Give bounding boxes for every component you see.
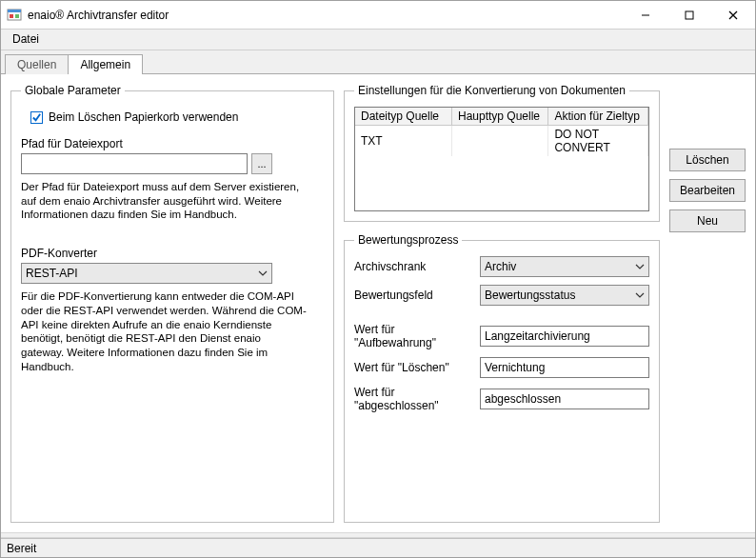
titlebar: enaio® Archivtransfer editor	[1, 1, 755, 30]
chevron-down-icon	[258, 270, 268, 276]
label-wert-loeschen: Wert für "Löschen"	[354, 361, 474, 374]
label-bewertungsfeld: Bewertungsfeld	[354, 289, 474, 302]
label-wert-aufbewahrung: Wert für "Aufbewahrung"	[354, 323, 474, 349]
tabstrip: Quellen Allgemein	[1, 50, 755, 73]
fieldset-global-parameter: Globale Parameter Beim Löschen Papierkor…	[10, 84, 334, 523]
bearbeiten-button[interactable]: Bearbeiten	[669, 179, 746, 202]
grid-header-row: Dateityp Quelle Haupttyp Quelle Aktion f…	[355, 108, 648, 126]
svg-rect-5	[686, 11, 693, 19]
neu-button[interactable]: Neu	[669, 209, 746, 232]
checkbox-papierkorb[interactable]: Beim Löschen Papierkorb verwenden	[30, 110, 324, 124]
window-controls	[624, 1, 755, 29]
fieldset-konvertierung: Einstellungen für die Konvertierung von …	[344, 84, 660, 222]
checkbox-papierkorb-label: Beim Löschen Papierkorb verwenden	[49, 110, 238, 124]
tab-panel-allgemein: Globale Parameter Beim Löschen Papierkor…	[1, 73, 755, 532]
checkbox-papierkorb-box[interactable]	[30, 111, 43, 124]
chevron-down-icon	[635, 264, 645, 269]
col-mid: Einstellungen für die Konvertierung von …	[344, 84, 660, 523]
svg-rect-2	[10, 14, 13, 18]
app-window: enaio® Archivtransfer editor Datei Quell…	[0, 0, 756, 558]
legend-bewertung: Bewertungsprozess	[354, 233, 462, 247]
maximize-button[interactable]	[667, 1, 711, 29]
cell-aktion: DO NOT CONVERT	[548, 126, 648, 157]
col-dateityp-quelle[interactable]: Dateityp Quelle	[355, 108, 451, 126]
fieldset-bewertung: Bewertungsprozess Archivschrank Archiv B…	[344, 233, 660, 523]
table-row[interactable]: TXT DO NOT CONVERT	[355, 126, 648, 157]
col-left: Globale Parameter Beim Löschen Papierkor…	[10, 84, 334, 523]
app-icon	[7, 8, 22, 23]
combo-archivschrank-value: Archiv	[485, 260, 516, 273]
input-pfad[interactable]	[21, 153, 248, 174]
input-wert-abgeschlossen[interactable]	[480, 389, 649, 409]
combo-pdf-value: REST-API	[26, 267, 78, 280]
input-wert-loeschen[interactable]	[480, 357, 649, 378]
label-pdf-konverter: PDF-Konverter	[21, 247, 324, 260]
window-title: enaio® Archivtransfer editor	[28, 9, 624, 22]
menu-datei[interactable]: Datei	[5, 30, 47, 50]
cell-haupttyp	[451, 126, 547, 157]
browse-button[interactable]: ...	[251, 153, 272, 174]
legend-konvert: Einstellungen für die Konvertierung von …	[354, 84, 629, 97]
combo-archivschrank[interactable]: Archiv	[480, 256, 649, 277]
helptext-pdf: Für die PDF-Konvertierung kann entweder …	[21, 289, 307, 373]
svg-rect-1	[8, 10, 21, 12]
label-wert-abgeschlossen: Wert für "abgeschlossen"	[354, 386, 474, 412]
tab-quellen[interactable]: Quellen	[5, 54, 69, 74]
col-right: Löschen Bearbeiten Neu	[669, 84, 746, 523]
combo-bewertungsfeld[interactable]: Bewertungsstatus	[480, 285, 649, 306]
close-button[interactable]	[711, 1, 755, 29]
status-text: Bereit	[7, 542, 36, 555]
legend-global: Globale Parameter	[21, 84, 125, 97]
menubar: Datei	[1, 30, 755, 50]
cell-dateityp: TXT	[355, 126, 451, 157]
col-haupttyp-quelle[interactable]: Haupttyp Quelle	[451, 108, 547, 126]
combo-bewertungsfeld-value: Bewertungsstatus	[485, 289, 575, 302]
loeschen-button[interactable]: Löschen	[669, 149, 746, 171]
statusbar: Bereit	[1, 538, 755, 557]
col-aktion-zieltyp[interactable]: Aktion für Zieltyp	[548, 108, 648, 126]
tab-allgemein[interactable]: Allgemein	[68, 54, 143, 74]
input-wert-aufbewahrung[interactable]	[480, 326, 649, 347]
svg-rect-3	[15, 14, 19, 18]
label-archivschrank: Archivschrank	[354, 260, 474, 273]
conversion-grid[interactable]: Dateityp Quelle Haupttyp Quelle Aktion f…	[354, 107, 649, 211]
combo-pdf-konverter[interactable]: REST-API	[21, 263, 272, 284]
helptext-pfad: Der Pfad für Dateiexport muss auf dem Se…	[21, 180, 307, 222]
minimize-button[interactable]	[624, 1, 667, 29]
label-pfad: Pfad für Dateiexport	[21, 137, 324, 150]
chevron-down-icon	[635, 292, 645, 298]
